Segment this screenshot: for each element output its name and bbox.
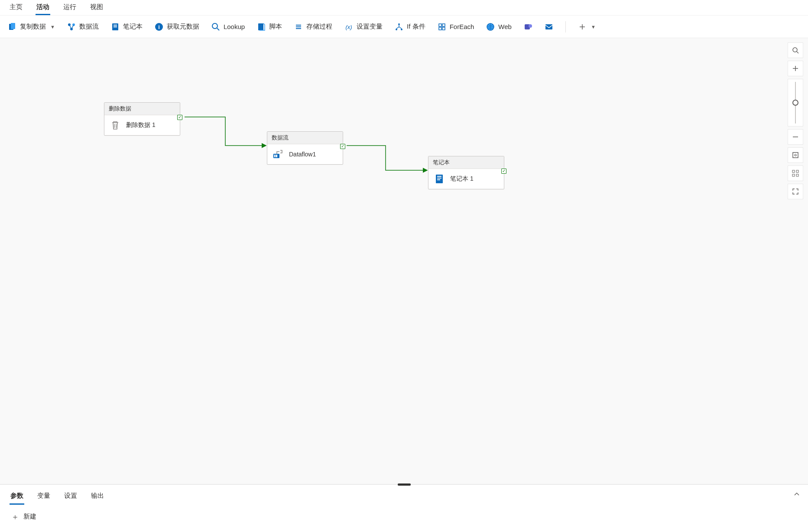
canvas-controls (787, 42, 804, 199)
panel-drag-handle[interactable] (398, 483, 411, 486)
activity-name: 笔记本 1 (450, 175, 474, 183)
svg-line-11 (217, 28, 219, 30)
teams-icon (524, 23, 532, 31)
tool-dataflow-label: 数据流 (79, 23, 99, 31)
svg-text:(x): (x) (346, 24, 352, 30)
svg-rect-31 (274, 155, 276, 157)
tool-web[interactable]: Web (484, 21, 513, 33)
script-icon (257, 23, 266, 31)
zoom-handle[interactable] (792, 100, 798, 106)
tool-set-variable[interactable]: (x) 设置变量 (343, 21, 384, 33)
svg-rect-14 (296, 26, 301, 27)
tool-web-label: Web (498, 23, 512, 30)
activity-type-label: 数据流 (267, 132, 343, 144)
tool-foreach-label: ForEach (450, 23, 474, 30)
outlook-icon (545, 23, 553, 31)
auto-layout-button[interactable] (788, 165, 803, 181)
tool-dataflow[interactable]: 数据流 (65, 21, 101, 33)
plus-icon (578, 23, 587, 31)
svg-rect-36 (437, 179, 440, 180)
foreach-icon (438, 23, 446, 31)
tool-get-metadata[interactable]: i 获取元数据 (153, 21, 201, 33)
pipeline-canvas[interactable]: 删除数据 删除数据 1 ✓ 数据流 Dataflow1 ✓ 笔记本 (0, 38, 808, 484)
search-icon (211, 23, 220, 31)
svg-point-19 (401, 29, 402, 30)
globe-icon (486, 23, 495, 31)
chevron-down-icon: ▼ (50, 24, 55, 29)
svg-rect-13 (296, 25, 301, 26)
tool-copy-data[interactable]: 复制数据 ▼ (6, 21, 57, 33)
zoom-slider[interactable] (788, 79, 803, 127)
tool-add-more[interactable]: ▼ (576, 21, 597, 33)
tool-get-metadata-label: 获取元数据 (167, 23, 199, 31)
notebook-activity-icon (434, 173, 445, 185)
activity-type-label: 笔记本 (428, 156, 504, 169)
variable-icon: (x) (344, 23, 353, 31)
tab-output[interactable]: 输出 (90, 490, 105, 505)
success-badge-icon: ✓ (177, 115, 182, 120)
copy-data-icon (8, 23, 16, 31)
zoom-in-button[interactable] (788, 61, 803, 76)
canvas-search-button[interactable] (788, 42, 803, 58)
tool-stored-proc-label: 存储过程 (306, 23, 332, 31)
tab-view[interactable]: 视图 (89, 1, 104, 15)
tool-foreach[interactable]: ForEach (436, 21, 476, 33)
tool-teams[interactable] (522, 21, 534, 33)
new-parameter-button[interactable]: ＋ 新建 (0, 505, 808, 529)
chevron-down-icon: ▼ (591, 24, 596, 29)
branch-icon (395, 23, 403, 31)
tool-if-condition[interactable]: If 条件 (393, 21, 427, 33)
svg-rect-23 (442, 27, 445, 30)
activity-name: Dataflow1 (289, 151, 316, 158)
stored-proc-icon (294, 23, 303, 31)
tab-settings[interactable]: 设置 (63, 490, 78, 505)
tab-params[interactable]: 参数 (10, 490, 24, 505)
activity-type-label: 删除数据 (104, 103, 180, 115)
tool-stored-proc[interactable]: 存储过程 (292, 21, 334, 33)
svg-rect-21 (442, 24, 445, 26)
svg-point-26 (529, 24, 532, 28)
fullscreen-collapse-button[interactable] (788, 184, 803, 199)
zoom-fit-button[interactable] (788, 147, 803, 163)
tab-variables[interactable]: 变量 (36, 490, 51, 505)
svg-rect-6 (114, 25, 117, 26)
svg-rect-35 (437, 178, 441, 178)
svg-text:i: i (158, 24, 160, 30)
properties-panel: 参数 变量 设置 输出 ＋ 新建 (0, 484, 808, 532)
new-label: 新建 (23, 513, 36, 521)
tool-outlook[interactable] (543, 21, 555, 33)
tool-script[interactable]: 脚本 (255, 21, 284, 33)
svg-rect-32 (276, 155, 277, 157)
svg-point-10 (212, 23, 217, 29)
tool-lookup[interactable]: Lookup (210, 21, 247, 33)
tab-activities[interactable]: 活动 (36, 1, 50, 15)
svg-rect-44 (796, 174, 798, 176)
svg-line-38 (797, 52, 798, 53)
activity-notebook[interactable]: 笔记本 笔记本 1 ✓ (428, 156, 504, 189)
tab-run[interactable]: 运行 (62, 1, 77, 15)
tool-notebook[interactable]: 笔记本 (109, 21, 144, 33)
svg-rect-15 (296, 28, 301, 29)
tab-home[interactable]: 主页 (9, 1, 23, 15)
tool-notebook-label: 笔记本 (123, 23, 143, 31)
svg-rect-27 (545, 24, 552, 29)
tool-set-variable-label: 设置变量 (357, 23, 383, 31)
zoom-out-button[interactable] (788, 129, 803, 145)
success-badge-icon: ✓ (340, 144, 345, 149)
activity-dataflow[interactable]: 数据流 Dataflow1 ✓ (267, 131, 343, 165)
panel-collapse-button[interactable] (793, 491, 800, 498)
pipeline-canvas-wrap: 删除数据 删除数据 1 ✓ 数据流 Dataflow1 ✓ 笔记本 (0, 38, 808, 484)
svg-rect-42 (796, 170, 798, 172)
info-icon: i (155, 23, 163, 31)
properties-tabs: 参数 变量 设置 输出 (0, 485, 808, 505)
tool-lookup-label: Lookup (224, 23, 245, 30)
tool-copy-data-label: 复制数据 (20, 23, 46, 31)
svg-rect-22 (439, 27, 441, 30)
activity-delete-data[interactable]: 删除数据 删除数据 1 ✓ (104, 102, 180, 136)
activity-toolbar: 复制数据 ▼ 数据流 笔记本 i 获取元数据 Lookup 脚本 (0, 16, 808, 38)
svg-rect-41 (792, 170, 795, 172)
dataflow-icon (67, 23, 76, 31)
svg-rect-39 (793, 152, 798, 158)
svg-rect-20 (439, 24, 441, 26)
svg-rect-1 (11, 23, 15, 29)
